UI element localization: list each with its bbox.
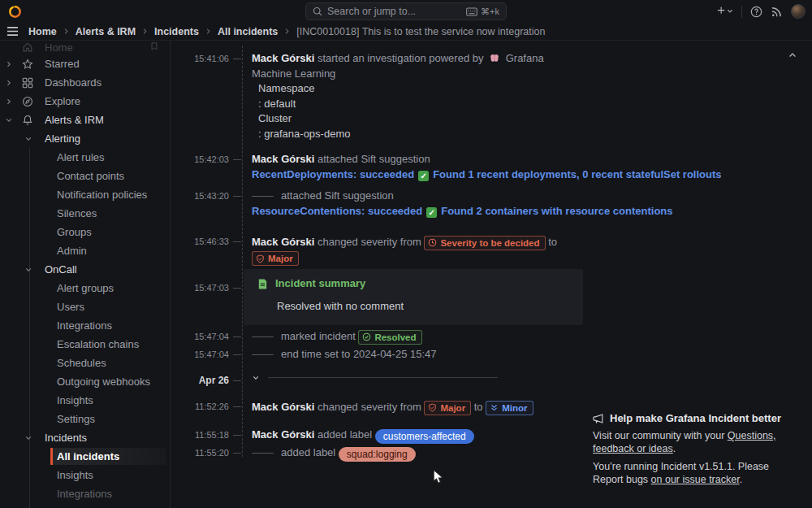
breadcrumb-bar: HomeAlerts & IRMIncidentsAll incidents[I…	[0, 23, 812, 41]
search-shortcut: ⌘+k	[466, 7, 499, 17]
investigation-text: Mack Górski started an investigation pow…	[252, 51, 546, 81]
sift-suggestion-link[interactable]: ResourceContentions: succeeded✓Found 2 c…	[252, 204, 673, 219]
continuation-dash	[252, 196, 274, 197]
severity-badge-major[interactable]: Major	[424, 401, 471, 415]
global-search[interactable]: ⌘+k	[305, 2, 507, 20]
sidebar-item-integrations[interactable]: Integrations	[0, 316, 170, 335]
timeline-entry: 15:41:06Mack Górski started an investiga…	[171, 51, 812, 141]
sidebar-item-admin[interactable]: Admin	[0, 241, 170, 260]
chevrons-down-icon	[490, 403, 499, 412]
sidebar-item-alert-groups[interactable]: Alert groups	[0, 279, 170, 297]
sift-action-line: attached Sift suggestion	[252, 189, 673, 204]
sidebar-item-settings[interactable]: Settings	[0, 410, 170, 428]
sidebar-item-notification-policies[interactable]: Notification policies	[0, 185, 170, 204]
sidebar-item-insights[interactable]: Insights	[0, 466, 170, 484]
continuation-dash	[252, 453, 274, 454]
timeline-tick	[233, 196, 241, 197]
chevron-right-icon[interactable]	[5, 79, 15, 87]
timeline-entry: 15:46:33Mack Górski changed severity fro…	[171, 234, 812, 266]
timestamp: 15:47:04	[171, 329, 229, 342]
home-icon	[22, 41, 35, 53]
mouse-cursor	[433, 469, 445, 488]
sidebar-item-schedules[interactable]: Schedules	[0, 354, 170, 372]
sidebar-item-users[interactable]: Users	[0, 297, 170, 316]
breadcrumb-item[interactable]: All incidents	[218, 26, 278, 37]
timeline-entry: 15:42:03Mack Górski attached Sift sugges…	[171, 152, 812, 182]
sidebar-item-home[interactable]: Home	[0, 41, 170, 54]
label-pill-customers-affected[interactable]: customers-affected	[375, 429, 474, 444]
timeline-tick	[233, 435, 241, 436]
sidebar-item-alert-rules[interactable]: Alert rules	[0, 148, 170, 167]
search-input[interactable]	[327, 6, 461, 17]
help-icon[interactable]	[750, 6, 762, 18]
sidebar-item-outgoing-webhooks[interactable]: Outgoing webhooks	[0, 372, 170, 391]
badge-event-text: marked incident Resolved	[252, 329, 422, 345]
breadcrumb-item[interactable]: Incidents	[154, 26, 199, 37]
entry-content: marked incident Resolved	[252, 329, 422, 345]
detail-line: Cluster	[258, 111, 546, 127]
menu-toggle-icon[interactable]	[6, 26, 19, 37]
entry-content: Mack Górski attached Sift suggestionRece…	[252, 152, 722, 182]
sidebar-item-silences[interactable]: Silences	[0, 204, 170, 223]
breadcrumb-item[interactable]: Alerts & IRM	[76, 26, 136, 37]
sidebar-item-explore[interactable]: Explore	[0, 92, 170, 111]
severity-change-text: Mack Górski changed severity from Major …	[252, 399, 533, 415]
sidebar-item-label: Incidents	[45, 432, 87, 444]
breadcrumb-item[interactable]: Home	[28, 26, 57, 37]
timestamp: 15:46:33	[171, 234, 229, 247]
issue-tracker-link[interactable]: on our issue tracker	[651, 474, 740, 485]
actor-name: Mack Górski	[252, 153, 317, 165]
sidebar-item-starred[interactable]: Starred	[0, 54, 170, 73]
sidebar-item-label: Groups	[57, 226, 92, 238]
megaphone-icon	[593, 413, 604, 424]
badge-label: Severity to be decided	[440, 237, 539, 249]
breadcrumb: HomeAlerts & IRMIncidentsAll incidents[I…	[28, 26, 545, 37]
sidebar-item-alerts-irm[interactable]: Alerts & IRM	[0, 111, 170, 129]
chevron-right-icon[interactable]	[5, 98, 15, 106]
sidebar-item-alerting[interactable]: Alerting	[0, 129, 170, 148]
user-avatar[interactable]	[791, 4, 806, 19]
actor-name: Mack Górski	[252, 236, 317, 248]
chevron-down-icon[interactable]	[24, 434, 34, 442]
grafana-logo[interactable]	[6, 3, 23, 20]
shield-icon	[256, 254, 265, 263]
timeline-tick	[233, 453, 241, 454]
sidebar-item-integrations[interactable]: Integrations	[0, 484, 170, 503]
sift-suggestion-link[interactable]: RecentDeployments: succeeded✓Found 1 rec…	[252, 167, 722, 183]
document-icon	[257, 278, 269, 290]
chevron-down-icon[interactable]	[24, 266, 34, 274]
sidebar-item-all-incidents[interactable]: All incidents	[0, 447, 170, 466]
sidebar-item-label: Insights	[57, 394, 93, 406]
sidebar-item-label: Admin	[57, 245, 87, 257]
sidebar-item-dashboards[interactable]: Dashboards	[0, 73, 170, 92]
severity-badge-resolved[interactable]: Resolved	[358, 330, 421, 345]
severity-badge-minor[interactable]: Minor	[486, 401, 533, 415]
severity-badge-major[interactable]: Major	[252, 251, 299, 266]
sidebar-item-label: Outgoing webhooks	[57, 376, 150, 388]
compass-icon	[22, 96, 35, 107]
severity-badge-severity-to-be-decided[interactable]: Severity to be decided	[424, 236, 545, 250]
sidebar-item-insights[interactable]: Insights	[0, 391, 170, 410]
chevron-right-icon[interactable]	[5, 60, 15, 68]
sidebar-item-oncall[interactable]: OnCall	[0, 260, 170, 279]
shield-icon	[428, 403, 437, 412]
entry-content: Mack Górski added label customers-affect…	[252, 428, 474, 444]
sidebar-item-label: Alert rules	[57, 151, 105, 163]
chevron-down-icon[interactable]	[24, 135, 34, 143]
sidebar-item-groups[interactable]: Groups	[0, 223, 170, 241]
timeline-tick	[233, 241, 241, 242]
sidebar-item-contact-points[interactable]: Contact points	[0, 167, 170, 185]
chevron-down-icon[interactable]	[5, 116, 15, 124]
new-menu-button[interactable]	[715, 6, 733, 17]
label-pill-squad-logging[interactable]: squad:logging	[339, 447, 416, 462]
sidebar-item-incidents[interactable]: Incidents	[0, 428, 170, 447]
chevron-down-icon[interactable]	[252, 374, 260, 382]
timeline-tick	[233, 354, 241, 355]
incident-timeline-panel: 15:41:06Mack Górski started an investiga…	[171, 41, 812, 508]
sift-action-line: Mack Górski attached Sift suggestion	[252, 152, 722, 167]
bookmark-icon[interactable]	[149, 41, 159, 51]
sidebar-item-escalation-chains[interactable]: Escalation chains	[0, 335, 170, 354]
news-icon[interactable]	[771, 6, 783, 18]
sidebar-item-label: Integrations	[57, 319, 112, 332]
timeline-entry: 15:47:03Incident summaryResolved with no…	[171, 269, 812, 325]
